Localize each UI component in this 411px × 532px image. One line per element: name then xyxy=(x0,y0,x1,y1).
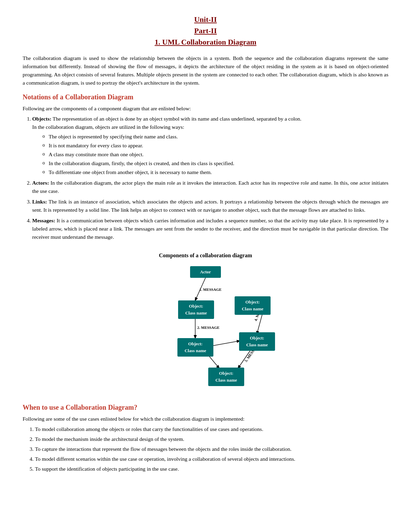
node-actor: Actor xyxy=(190,266,221,278)
list-item-messages: Messages: It is a communication between … xyxy=(32,216,388,241)
sub-item-2: It is not mandatory for every class to a… xyxy=(42,141,388,150)
msg2-label: 2. MESSAGE xyxy=(197,325,220,330)
main-list: Objects: The representation of an object… xyxy=(32,115,388,241)
sub-item-3: A class may constitute more than one obj… xyxy=(42,150,388,159)
list-item-actors: Actors: In the collaboration diagram, th… xyxy=(32,179,388,195)
term-links: Links: xyxy=(32,199,47,205)
intro-paragraph: The collaboration diagram is used to sho… xyxy=(23,54,388,87)
section2-heading: When to use a Collaboration Diagram? xyxy=(23,402,388,413)
term-actors: Actors: xyxy=(32,180,49,186)
sub-item-1: The object is represented by specifying … xyxy=(42,133,388,141)
node-obj5: Object:Class name xyxy=(208,368,244,386)
page-header: Unit-II Part-II 1. UML Collaboration Dia… xyxy=(23,14,388,48)
diagram-section: Components of a collaboration diagram 1.… xyxy=(23,251,388,395)
list-item-links: Links: The link is an instance of associ… xyxy=(32,198,388,214)
node-obj4: Object:Class name xyxy=(239,332,275,351)
term-messages: Messages: xyxy=(32,218,55,223)
use-case-2: To model the mechanism inside the archit… xyxy=(35,435,388,443)
sub-item-4: In the collaboration diagram, firstly, t… xyxy=(42,159,388,168)
section1-heading: Notations of a Collaboration Diagram xyxy=(23,92,388,102)
msg1-label: 1. MESSAGE xyxy=(199,287,222,292)
use-case-1: To model collaboration among the objects… xyxy=(35,425,388,433)
diagram-svg: 1. MESSAGE 2. MESSAGE 4. MESSAGE 5. MESS… xyxy=(134,266,277,393)
node-obj1: Object:Class name xyxy=(178,300,214,319)
unit-title: Unit-II Part-II xyxy=(23,14,388,36)
use-case-3: To capture the interactions that represe… xyxy=(35,445,388,453)
section2-intro: Following are some of the use cases enli… xyxy=(23,415,388,423)
node-obj2: Object:Class name xyxy=(235,296,271,315)
use-case-5: To support the identification of objects… xyxy=(35,465,388,473)
term-objects: Objects: xyxy=(32,116,51,122)
sub-item-5: To differentiate one object from another… xyxy=(42,168,388,176)
main-title: 1. UML Collaboration Diagram xyxy=(23,36,388,48)
section1-intro: Following are the components of a compon… xyxy=(23,104,388,113)
node-obj3: Object:Class name xyxy=(177,338,213,357)
list-item-objects: Objects: The representation of an object… xyxy=(32,115,388,176)
use-cases-list: To model collaboration among the objects… xyxy=(35,425,388,473)
diagram-container: 1. MESSAGE 2. MESSAGE 4. MESSAGE 5. MESS… xyxy=(134,266,277,393)
sub-list-objects: The object is represented by specifying … xyxy=(42,133,388,176)
use-case-4: To model different scenarios within the … xyxy=(35,455,388,463)
svg-line-3 xyxy=(213,341,240,346)
diagram-title: Components of a collaboration diagram xyxy=(23,251,388,260)
